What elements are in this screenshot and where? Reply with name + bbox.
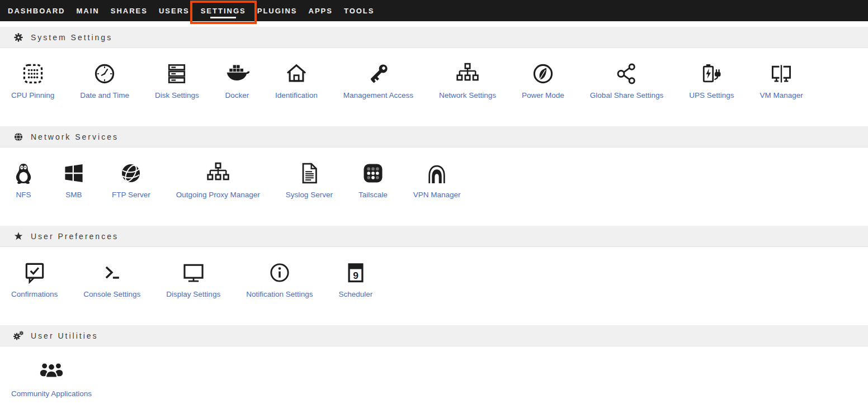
settings-item-nfs[interactable]: NFS xyxy=(11,161,36,199)
section-title: User Preferences xyxy=(31,232,119,241)
settings-item-network-settings[interactable]: Network Settings xyxy=(439,61,496,99)
settings-item-ftp-server[interactable]: FTP Server xyxy=(112,161,150,199)
nav-item-label: DASHBOARD xyxy=(8,7,65,15)
settings-item-date-and-time[interactable]: Date and Time xyxy=(80,61,129,99)
docker-whale-icon xyxy=(225,61,249,86)
settings-item-label: Management Access xyxy=(343,91,413,99)
settings-item-label: Syslog Server xyxy=(286,191,333,199)
settings-item-label: CPU Pinning xyxy=(11,91,54,99)
linux-tux-icon xyxy=(11,161,36,186)
settings-item-label: NFS xyxy=(16,191,31,199)
nav-item-main[interactable]: MAIN xyxy=(71,0,105,21)
settings-item-label: Console Settings xyxy=(83,290,140,298)
monitor-icon xyxy=(181,260,206,285)
settings-item-label: Power Mode xyxy=(522,91,564,99)
vm-columns-icon xyxy=(769,61,794,86)
nav-item-label: SETTINGS xyxy=(201,7,246,15)
settings-item-notification-settings[interactable]: Notification Settings xyxy=(246,260,313,298)
globe-icon xyxy=(13,132,23,142)
nav-item-shares[interactable]: SHARES xyxy=(105,0,153,21)
terminal-icon xyxy=(100,260,124,285)
calendar-icon: 9 xyxy=(343,260,368,285)
battery-plug-icon xyxy=(699,61,724,86)
settings-item-vpn-manager[interactable]: VPN Manager xyxy=(413,161,461,199)
settings-item-label: Docker xyxy=(225,91,249,99)
settings-item-power-mode[interactable]: Power Mode xyxy=(522,61,564,99)
nav-item-apps[interactable]: APPS xyxy=(303,0,338,21)
settings-item-console-settings[interactable]: Console Settings xyxy=(83,260,140,298)
settings-item-ups-settings[interactable]: UPS Settings xyxy=(689,61,734,99)
document-lines-icon xyxy=(297,161,322,186)
settings-item-label: Community Applications xyxy=(11,389,92,398)
settings-item-syslog-server[interactable]: Syslog Server xyxy=(286,161,333,199)
nav-item-dashboard[interactable]: DASHBOARD xyxy=(2,0,71,21)
settings-item-smb[interactable]: SMB xyxy=(62,161,86,199)
tailscale-icon xyxy=(361,161,385,186)
settings-item-identification[interactable]: Identification xyxy=(275,61,318,99)
settings-item-global-share-settings[interactable]: Global Share Settings xyxy=(590,61,663,99)
clock-icon xyxy=(92,61,117,86)
section-header-user-preferences: User Preferences xyxy=(0,226,868,247)
section-content-system-settings: CPU PinningDate and TimeDisk SettingsDoc… xyxy=(0,48,868,126)
section-content-user-utilities: Community Applications xyxy=(0,346,868,404)
section-content-network-services: NFSSMBFTP ServerOutgoing Proxy ManagerSy… xyxy=(0,148,868,226)
nav-item-settings[interactable]: SETTINGS xyxy=(195,0,252,21)
nav-item-label: MAIN xyxy=(77,7,100,15)
nav-item-label: SHARES xyxy=(111,7,148,15)
info-circle-icon xyxy=(267,260,292,285)
nav-item-label: TOOLS xyxy=(344,7,375,15)
home-icon xyxy=(284,61,309,86)
nav-item-label: USERS xyxy=(159,7,190,15)
settings-item-label: VPN Manager xyxy=(413,191,461,199)
chat-check-icon xyxy=(22,260,47,285)
settings-item-label: Notification Settings xyxy=(246,290,313,298)
nav-item-tools[interactable]: TOOLS xyxy=(338,0,380,21)
settings-item-disk-settings[interactable]: Disk Settings xyxy=(155,61,199,99)
settings-page: System SettingsCPU PinningDate and TimeD… xyxy=(0,21,868,404)
globe-solid-icon xyxy=(119,161,143,186)
section-header-user-utilities: User Utilities xyxy=(0,325,868,346)
section-content-user-preferences: ConfirmationsConsole SettingsDisplay Set… xyxy=(0,247,868,325)
nav-item-users[interactable]: USERS xyxy=(153,0,195,21)
settings-item-management-access[interactable]: Management Access xyxy=(343,61,413,99)
gear-icon xyxy=(13,32,23,42)
settings-item-label: Scheduler xyxy=(338,290,372,298)
gears-icon xyxy=(13,331,23,341)
sitemap-icon xyxy=(206,161,230,186)
section-title: Network Services xyxy=(31,132,119,141)
settings-item-tailscale[interactable]: Tailscale xyxy=(358,161,388,199)
settings-item-label: Date and Time xyxy=(80,91,129,99)
main-nav: DASHBOARDMAINSHARESUSERSSETTINGSPLUGINSA… xyxy=(0,0,868,21)
settings-item-label: UPS Settings xyxy=(689,91,734,99)
settings-item-display-settings[interactable]: Display Settings xyxy=(166,260,220,298)
settings-item-label: Tailscale xyxy=(358,191,388,199)
server-stack-icon xyxy=(164,61,189,86)
windows-logo-icon xyxy=(62,161,86,186)
settings-item-community-applications[interactable]: Community Applications xyxy=(11,360,92,398)
section-header-system-settings: System Settings xyxy=(0,27,868,48)
settings-item-outgoing-proxy-manager[interactable]: Outgoing Proxy Manager xyxy=(176,161,260,199)
settings-item-label: Global Share Settings xyxy=(590,91,663,99)
settings-item-scheduler[interactable]: 9Scheduler xyxy=(338,260,372,298)
settings-item-label: Network Settings xyxy=(439,91,496,99)
settings-item-confirmations[interactable]: Confirmations xyxy=(11,260,58,298)
settings-item-cpu-pinning[interactable]: CPU Pinning xyxy=(11,61,54,99)
nav-item-label: PLUGINS xyxy=(257,7,298,15)
settings-item-vm-manager[interactable]: VM Manager xyxy=(760,61,803,99)
share-nodes-icon xyxy=(615,61,639,86)
key-icon xyxy=(366,61,390,86)
sitemap-icon xyxy=(455,61,480,86)
settings-item-label: Display Settings xyxy=(166,290,220,298)
settings-item-docker[interactable]: Docker xyxy=(225,61,249,99)
cpu-pinning-icon xyxy=(21,61,45,86)
users-group-icon xyxy=(39,360,64,384)
leaf-circle-icon xyxy=(531,61,555,86)
settings-item-label: Disk Settings xyxy=(155,91,199,99)
nav-item-plugins[interactable]: PLUGINS xyxy=(252,0,303,21)
settings-item-label: FTP Server xyxy=(112,191,150,199)
settings-item-label: Identification xyxy=(275,91,318,99)
nav-item-label: APPS xyxy=(309,7,333,15)
settings-item-label: Confirmations xyxy=(11,290,58,298)
svg-text:9: 9 xyxy=(353,270,358,281)
settings-item-label: SMB xyxy=(65,191,82,199)
